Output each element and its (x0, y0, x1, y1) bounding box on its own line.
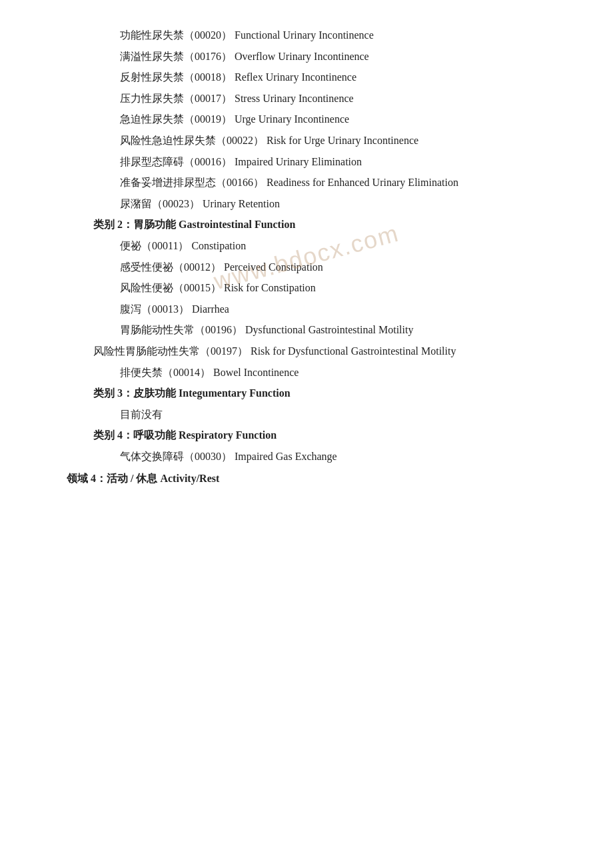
item-overflow-urinary: 满溢性尿失禁（00176） Overflow Urinary Incontine… (40, 48, 573, 65)
item-risk-constipation: 风险性便祕（00015） Risk for Constipation (40, 279, 573, 297)
category-3-header: 类别 3：皮肤功能 Integumentary Function (40, 385, 573, 402)
category-4-header: 类别 4：呼吸功能 Respiratory Function (40, 427, 573, 444)
item-functional-urinary: 功能性尿失禁（00020） Functional Urinary Inconti… (40, 27, 573, 44)
item-risk-dysfunctional-gi: 风险性胃肠能动性失常（00197） Risk for Dysfunctional… (40, 343, 573, 360)
item-risk-urge-urinary: 风险性急迫性尿失禁（00022） Risk for Urge Urinary I… (40, 132, 573, 149)
item-impaired-urinary: 排尿型态障碍（00016） Impaired Urinary Eliminati… (40, 153, 573, 171)
item-reflex-urinary: 反射性尿失禁（00018） Reflex Urinary Incontinenc… (40, 69, 573, 86)
category-2-header: 类别 2：胃肠功能 Gastrointestinal Function (40, 216, 573, 233)
item-diarrhea: 腹泻（00013） Diarrhea (40, 301, 573, 318)
item-impaired-gas: 气体交换障碍（00030） Impaired Gas Exchange (40, 448, 573, 465)
item-none: 目前没有 (40, 406, 573, 423)
domain-4-header: 领域 4：活动 / 休息 Activity/Rest (40, 470, 573, 487)
item-urge-urinary: 急迫性尿失禁（00019） Urge Urinary Incontinence (40, 111, 573, 128)
item-urinary-retention: 尿潴留（00023） Urinary Retention (40, 195, 573, 213)
item-dysfunctional-gi: 胃肠能动性失常（00196） Dysfunctional Gastrointes… (40, 321, 573, 339)
item-stress-urinary: 压力性尿失禁（00017） Stress Urinary Incontinenc… (40, 90, 573, 107)
item-readiness-urinary: 准备妥增进排尿型态（00166） Readiness for Enhanced … (40, 174, 573, 191)
item-constipation: 便祕（00011） Constipation (40, 237, 573, 255)
main-content: www.bdocx.com 功能性尿失禁（00020） Functional U… (40, 27, 573, 487)
item-bowel-incontinence: 排便失禁（00014） Bowel Incontinence (40, 364, 573, 381)
item-perceived-constipation: 感受性便祕（00012） Perceived Constipation (40, 259, 573, 276)
